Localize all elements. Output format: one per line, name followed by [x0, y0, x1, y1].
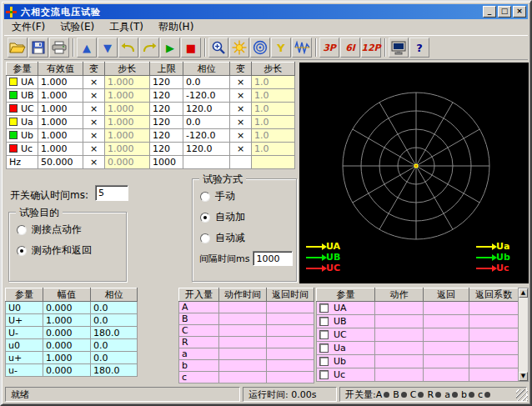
menu-item-0[interactable]: 文件(F): [4, 18, 53, 36]
input-row-b: b: [179, 360, 314, 372]
limit-cell[interactable]: 120: [150, 89, 183, 103]
redo-button[interactable]: [139, 38, 159, 58]
purpose-option-1[interactable]: 测动作和返回: [9, 240, 126, 261]
step-cell: 1.000: [105, 143, 150, 156]
purpose-option-label: 测动作和返回: [32, 243, 92, 258]
vector-arrow-icon: [306, 257, 323, 258]
limit-cell[interactable]: 120: [150, 116, 183, 129]
sequence-table-header: 相位: [91, 288, 138, 302]
legend-UB: UB: [306, 252, 340, 263]
phase-vary-toggle-cell[interactable]: ×: [230, 116, 252, 129]
vary-toggle-cell[interactable]: ×: [83, 143, 105, 156]
phase-cell[interactable]: 120.0: [183, 143, 230, 156]
checkbox-unchecked-icon[interactable]: [319, 343, 329, 353]
mode-option-0[interactable]: 手动: [193, 186, 296, 207]
step-up-button[interactable]: ▲: [77, 38, 97, 58]
value-cell[interactable]: 1.000: [38, 89, 83, 103]
stop-test-button[interactable]: ■: [181, 38, 201, 58]
phase-vary-toggle-cell[interactable]: ×: [230, 103, 252, 116]
window-controls: _□×: [483, 6, 526, 18]
menu-item-1[interactable]: 试验(E): [53, 18, 102, 36]
din-return-time-cell: [267, 302, 314, 313]
phasor-panel: UAUBUC UaUbUc: [299, 63, 529, 283]
rings-button[interactable]: [250, 38, 270, 58]
sequence-table-header: 参量: [6, 288, 43, 302]
phase-cell[interactable]: 120.0: [183, 103, 230, 116]
vector-view-button[interactable]: Y: [271, 38, 291, 58]
radio-selected-icon: [17, 246, 27, 256]
limit-cell[interactable]: 120: [150, 76, 183, 89]
switch-dot-icon: [452, 392, 458, 398]
value-cell[interactable]: 1.000: [38, 143, 83, 156]
mode-12p-button[interactable]: 12P: [361, 38, 381, 58]
menu-item-3[interactable]: 帮助(H): [151, 18, 201, 36]
limit-cell[interactable]: 120: [150, 103, 183, 116]
checkbox-unchecked-icon[interactable]: [319, 303, 329, 313]
maximize-button[interactable]: □: [498, 6, 511, 18]
scroll-up-icon[interactable]: ▲: [519, 288, 528, 298]
value-cell[interactable]: 1.000: [38, 129, 83, 143]
help-button[interactable]: ?: [409, 38, 429, 58]
param-table-header: 参量: [7, 63, 38, 76]
value-cell[interactable]: 1.000: [38, 76, 83, 89]
minimize-button[interactable]: _: [483, 6, 496, 18]
menu-item-2[interactable]: 工具(T): [102, 18, 151, 36]
phase-cell[interactable]: -120.0: [183, 89, 230, 103]
vary-toggle-cell[interactable]: ×: [83, 76, 105, 89]
switch-confirm-input[interactable]: [95, 185, 128, 201]
mode-option-1[interactable]: 自动加: [193, 207, 296, 228]
limit-cell[interactable]: 120: [150, 143, 183, 156]
start-test-button[interactable]: ▶: [160, 38, 180, 58]
close-button[interactable]: ×: [513, 6, 526, 18]
brightness-button[interactable]: [229, 38, 249, 58]
phase-cell[interactable]: -120.0: [183, 129, 230, 143]
sequence-row-u-: u-0.000180.0: [6, 364, 138, 377]
zoom-button[interactable]: [208, 38, 228, 58]
checkbox-unchecked-icon[interactable]: [319, 370, 329, 379]
print-button[interactable]: [49, 38, 69, 58]
vary-toggle-cell[interactable]: ×: [83, 103, 105, 116]
seq-name-cell: U+: [6, 314, 43, 327]
mode-6i-button[interactable]: 6I: [340, 38, 360, 58]
device-button[interactable]: [389, 38, 409, 58]
value-cell[interactable]: 1.000: [38, 103, 83, 116]
vary-toggle-cell[interactable]: ×: [83, 89, 105, 103]
phase-vary-toggle-cell[interactable]: ×: [230, 89, 252, 103]
vary-toggle-cell[interactable]: ×: [83, 156, 105, 169]
vary-toggle-cell[interactable]: ×: [83, 116, 105, 129]
phase-cell[interactable]: 0.0: [183, 76, 230, 89]
checkbox-unchecked-icon[interactable]: [319, 330, 329, 339]
vary-toggle-cell[interactable]: ×: [83, 129, 105, 143]
phase-vary-toggle-cell[interactable]: [230, 156, 252, 169]
mode-option-label: 自动加: [215, 210, 245, 224]
param-row-Uc: Uc1.000×1.000120120.0×1.0: [7, 143, 295, 156]
open-button[interactable]: [8, 38, 28, 58]
limit-cell[interactable]: 1000: [150, 156, 183, 169]
input-table-header: 返回时间: [267, 288, 314, 302]
phase-cell[interactable]: 0.0: [183, 116, 230, 129]
value-cell[interactable]: 50.000: [38, 156, 83, 169]
purpose-option-0[interactable]: 测接点动作: [9, 219, 126, 240]
mode-3p-button[interactable]: 3P: [319, 38, 339, 58]
resize-grip[interactable]: [516, 389, 528, 401]
phase-vary-toggle-cell[interactable]: ×: [230, 76, 252, 89]
scroll-down-icon[interactable]: ▼: [519, 372, 528, 381]
titlebar[interactable]: 六相交流电压试验 _□×: [4, 4, 528, 19]
save-button[interactable]: [28, 38, 48, 58]
interval-input[interactable]: [253, 251, 293, 266]
mode-option-2[interactable]: 自动减: [193, 228, 296, 248]
result-param-label: Ub: [334, 356, 346, 367]
checkbox-unchecked-icon[interactable]: [319, 317, 329, 326]
input-table: 开入量动作时间返回时间ABCRabc: [178, 288, 314, 383]
step-down-button[interactable]: ▼: [98, 38, 118, 58]
waveform-view-button[interactable]: [292, 38, 312, 58]
phase-vary-toggle-cell[interactable]: ×: [230, 129, 252, 143]
phase-cell[interactable]: [183, 156, 230, 169]
checkbox-unchecked-icon[interactable]: [319, 357, 329, 366]
result-table-scrollbar[interactable]: ▲ ▼: [518, 288, 529, 382]
value-cell[interactable]: 1.000: [38, 116, 83, 129]
limit-cell[interactable]: 120: [150, 129, 183, 143]
legend-label: UC: [326, 263, 340, 273]
phase-vary-toggle-cell[interactable]: ×: [230, 143, 252, 156]
undo-button[interactable]: [118, 38, 138, 58]
